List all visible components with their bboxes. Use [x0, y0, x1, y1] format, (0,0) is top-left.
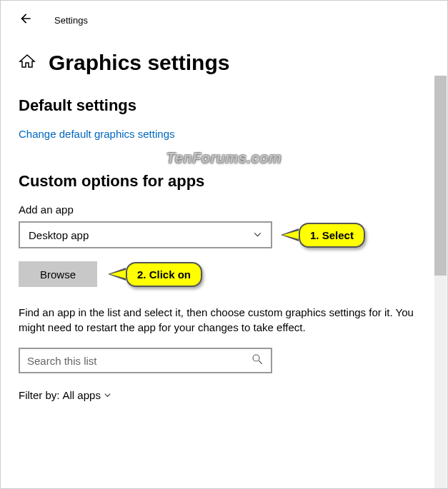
back-button[interactable]	[19, 11, 33, 29]
filter-label: Filter by:	[19, 389, 60, 401]
search-box[interactable]	[19, 348, 272, 373]
custom-options-heading: Custom options for apps	[19, 172, 429, 191]
search-icon	[251, 353, 264, 368]
callout-select: 1. Select	[299, 223, 365, 248]
filter-dropdown[interactable]: All apps	[63, 389, 111, 401]
dropdown-value: Desktop app	[29, 229, 89, 241]
chevron-down-icon	[104, 391, 111, 399]
chevron-down-icon	[253, 229, 262, 241]
search-input[interactable]	[27, 355, 251, 367]
filter-value: All apps	[63, 389, 101, 401]
add-app-label: Add an app	[19, 203, 429, 216]
watermark: TenForums.com	[19, 150, 429, 166]
browse-button[interactable]: Browse	[19, 261, 97, 287]
window-title: Settings	[54, 15, 88, 26]
svg-line-1	[259, 361, 262, 364]
callout-pointer	[281, 228, 299, 241]
svg-point-0	[253, 355, 259, 361]
info-text: Find an app in the list and select it, t…	[19, 305, 415, 335]
home-icon	[19, 53, 36, 73]
callout-pointer	[108, 268, 126, 281]
default-settings-heading: Default settings	[19, 96, 429, 115]
scrollbar-thumb[interactable]	[434, 76, 447, 276]
page-title: Graphics settings	[49, 51, 229, 75]
app-type-dropdown[interactable]: Desktop app	[19, 221, 272, 248]
callout-click: 2. Click on	[126, 262, 202, 287]
change-default-link[interactable]: Change default graphics settings	[19, 128, 429, 140]
